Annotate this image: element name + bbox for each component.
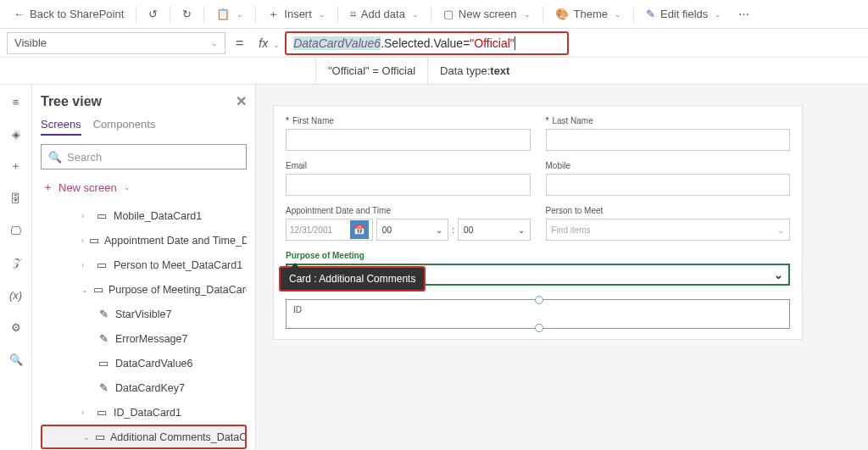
media-icon[interactable]: 🖵: [6, 220, 26, 241]
undo-button[interactable]: ↺: [142, 4, 164, 24]
property-selector[interactable]: Visible ⌄: [7, 32, 225, 54]
clipboard-icon: 📋: [216, 8, 230, 20]
card-icon: ▭: [93, 284, 103, 296]
form-card: *First Name *Last Name Email Mobile: [273, 105, 803, 340]
chevron-down-icon: ⌄: [211, 39, 218, 47]
last-name-label: Last Name: [552, 116, 593, 125]
fx-label: fx ⌄: [253, 36, 285, 50]
theme-label: Theme: [574, 8, 608, 20]
new-screen-link[interactable]: ＋ New screen ⌄: [41, 176, 247, 198]
control-icon: ✎: [97, 308, 110, 320]
canvas-area: *First Name *Last Name Email Mobile: [256, 85, 868, 450]
new-screen-button[interactable]: ▢ New screen ⌄: [437, 4, 537, 24]
card-icon: ▭: [97, 358, 110, 369]
layers-icon[interactable]: ◈: [6, 124, 26, 144]
tree-search[interactable]: 🔍 Search: [41, 144, 247, 169]
search-icon: 🔍: [48, 151, 62, 164]
top-ribbon: ← Back to SharePoint ↺ ↻ 📋⌄ ＋ Insert ⌄ ⌗…: [0, 0, 868, 29]
minute-select[interactable]: 00⌄: [458, 219, 530, 241]
control-icon: ✎: [97, 382, 110, 394]
tree-item[interactable]: ✎DataCardKey7: [41, 375, 247, 400]
tab-components[interactable]: Components: [93, 118, 156, 136]
tree-item[interactable]: ▭DataCardValue6: [41, 351, 247, 375]
new-screen-label: New screen: [459, 8, 517, 20]
undo-icon: ↺: [148, 8, 158, 20]
email-label: Email: [286, 161, 531, 170]
flow-icon[interactable]: 𝒵: [6, 253, 26, 273]
plus-icon: ＋: [42, 180, 53, 195]
tree-item[interactable]: ›▭Appointment Date and Time_DataCa: [41, 228, 247, 253]
more-icon: ⋯: [738, 8, 749, 20]
card-icon: ▭: [95, 259, 108, 271]
screen-icon: ▢: [443, 8, 453, 20]
card-icon: ▭: [89, 235, 99, 247]
redo-button[interactable]: ↻: [175, 4, 198, 24]
hamburger-icon[interactable]: ≡: [6, 92, 26, 112]
plus-icon: ＋: [268, 7, 279, 22]
id-label: ID: [293, 305, 782, 314]
mobile-input[interactable]: [546, 174, 791, 196]
tree-title: Tree view: [41, 94, 102, 109]
person-picker[interactable]: Find items⌄: [546, 219, 791, 241]
formula-input[interactable]: DataCardValue6.Selected.Value="Official": [285, 31, 569, 55]
back-label: Back to SharePoint: [30, 8, 124, 20]
tab-screens[interactable]: Screens: [41, 118, 81, 136]
property-label: Visible: [14, 36, 47, 49]
theme-button[interactable]: 🎨 Theme ⌄: [548, 4, 628, 24]
edit-fields-button[interactable]: ✎ Edit fields ⌄: [639, 4, 728, 24]
purpose-label: Purpose of Meeting: [286, 251, 790, 260]
insert-button[interactable]: ＋ Insert ⌄: [261, 3, 332, 25]
eval-result: "Official" = Official: [315, 58, 427, 84]
insert-label: Insert: [284, 8, 312, 20]
tree-item[interactable]: ✎StarVisible7: [41, 302, 247, 326]
first-name-label: First Name: [292, 116, 334, 125]
back-button[interactable]: ← Back to SharePoint: [7, 4, 131, 24]
formula-literal: "Official": [470, 36, 514, 50]
formula-bar: Visible ⌄ = fx ⌄ DataCardValue6.Selected…: [0, 29, 868, 58]
redo-icon: ↻: [182, 8, 192, 20]
tools-icon[interactable]: ⚙: [6, 317, 26, 337]
tree-item[interactable]: ›▭Mobile_DataCard1: [41, 203, 247, 228]
control-icon: ✎: [97, 333, 110, 345]
database-icon[interactable]: 🗄: [6, 188, 26, 208]
calendar-icon: 📅: [350, 220, 369, 239]
overflow-button[interactable]: ⋯: [732, 4, 756, 24]
chevron-down-icon: ⌄: [524, 10, 531, 19]
chevron-down-icon: ⌄: [412, 10, 419, 19]
formula-selected: DataCardValue6: [293, 36, 381, 50]
magic-icon: ✎: [646, 8, 655, 20]
variable-icon[interactable]: (x): [6, 285, 26, 305]
card-tooltip: Card : Additional Comments: [279, 266, 426, 292]
arrow-left-icon: ←: [14, 8, 25, 20]
tree-item[interactable]: ⌄▭Purpose of Meeting_DataCard1: [41, 277, 247, 302]
tree-item[interactable]: ›▭ID_DataCard1: [41, 400, 247, 425]
plus-icon[interactable]: ＋: [6, 156, 26, 176]
chevron-down-icon: ⌄: [124, 183, 131, 192]
first-name-input[interactable]: [286, 129, 531, 151]
chevron-down-icon: ⌄: [236, 10, 243, 19]
email-input[interactable]: [286, 174, 531, 196]
paste-button[interactable]: 📋⌄: [209, 4, 250, 24]
appt-label: Appointment Date and Time: [286, 206, 531, 215]
id-card-selected[interactable]: ID: [286, 299, 790, 329]
tree-item[interactable]: ›▭Person to Meet_DataCard1: [41, 253, 247, 277]
formula-status: "Official" = Official Data type: text: [0, 58, 868, 85]
card-icon: ▭: [95, 407, 108, 419]
formula-mid: .Selected.Value=: [381, 36, 470, 50]
last-name-input[interactable]: [546, 129, 791, 151]
tree-item-selected[interactable]: ⌄▭Additional Comments_DataCard2: [41, 425, 247, 449]
chevron-down-icon: ⌄: [615, 10, 621, 19]
chevron-down-icon: ⌄: [715, 10, 721, 19]
tree-item[interactable]: ✎ErrorMessage7: [41, 326, 247, 351]
hour-select[interactable]: 00⌄: [376, 219, 448, 241]
card-icon: ▭: [95, 431, 105, 443]
close-icon[interactable]: ✕: [236, 93, 247, 109]
date-picker[interactable]: 12/31/2001 📅: [286, 219, 373, 241]
edit-fields-label: Edit fields: [660, 8, 708, 20]
add-data-button[interactable]: ⌗ Add data ⌄: [343, 4, 426, 25]
person-label: Person to Meet: [546, 206, 791, 215]
palette-icon: 🎨: [555, 8, 569, 20]
left-rail: ≡ ◈ ＋ 🗄 🖵 𝒵 (x) ⚙ 🔍: [0, 85, 32, 450]
card-icon: ▭: [95, 210, 108, 222]
search-icon[interactable]: 🔍: [6, 349, 26, 369]
